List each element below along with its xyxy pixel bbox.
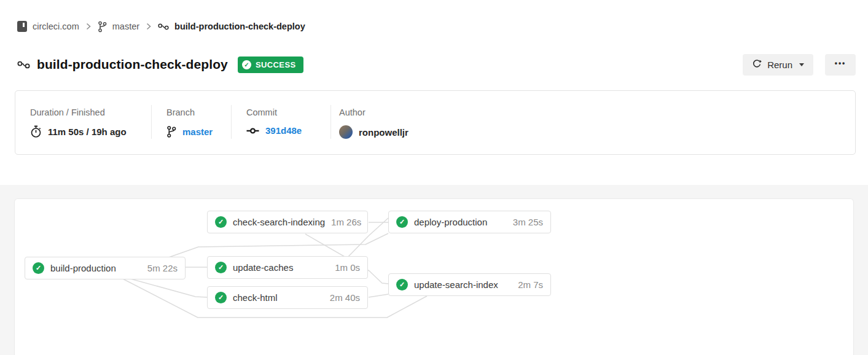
job-name: deploy-production [414, 217, 487, 227]
edge-check-html-to-update-search-index [369, 294, 388, 297]
status-badge-label: SUCCESS [256, 60, 296, 69]
job-duration: 2m 40s [330, 292, 360, 303]
breadcrumb-workflow[interactable]: build-production-check-deploy [158, 21, 305, 31]
success-check-icon: ✓ [215, 292, 227, 303]
success-check-icon: ✓ [396, 279, 408, 291]
job-name: check-html [233, 292, 278, 303]
job-node-update-search-index[interactable]: ✓ update-search-index 2m 7s [388, 273, 551, 296]
repo-icon [17, 21, 27, 32]
workflow-loop-icon [17, 60, 30, 69]
rerun-button-label: Rerun [767, 60, 792, 70]
title-actions: Rerun ••• [743, 54, 856, 76]
status-badge: ✓ SUCCESS [238, 57, 303, 73]
breadcrumb-branch[interactable]: master [98, 21, 139, 33]
job-duration: 1m 0s [335, 262, 360, 273]
workflow-loop-icon [158, 23, 169, 31]
git-commit-icon [246, 127, 259, 135]
chevron-right-icon [146, 23, 151, 30]
job-node-check-html[interactable]: ✓ check-html 2m 40s [207, 286, 368, 309]
duration-value: 11m 50s / 19h ago [48, 127, 127, 137]
success-check-icon: ✓ [242, 60, 251, 69]
git-branch-icon [98, 21, 107, 33]
breadcrumb-branch-label[interactable]: master [112, 21, 139, 31]
success-check-icon: ✓ [215, 262, 227, 273]
caret-down-icon [799, 63, 804, 66]
job-duration: 5m 22s [147, 263, 178, 273]
breadcrumb-workflow-label[interactable]: build-production-check-deploy [174, 21, 305, 31]
author-avatar [339, 125, 353, 139]
success-check-icon: ✓ [396, 216, 408, 228]
summary-branch: Branch master [152, 91, 231, 154]
author-label: Author [339, 107, 409, 117]
job-name: build-production [50, 263, 116, 273]
job-duration: 3m 25s [513, 217, 543, 227]
author-value: ronpowelljr [359, 127, 409, 138]
workflow-graph-panel: ✓ build-production 5m 22s ✓ check-search… [15, 199, 853, 355]
workflow-page: circleci.com master [0, 0, 868, 355]
breadcrumb-project-label[interactable]: circleci.com [33, 21, 79, 31]
job-node-deploy-production[interactable]: ✓ deploy-production 3m 25s [388, 211, 551, 233]
summary-commit: Commit 391d48e [232, 91, 330, 154]
job-node-check-search-indexing[interactable]: ✓ check-search-indexing 1m 26s [207, 211, 368, 233]
job-name: update-search-index [414, 279, 498, 290]
workflow-summary-card: Duration / Finished 11m 50s / 19h ago Br… [15, 90, 856, 155]
git-branch-icon [166, 125, 176, 138]
job-node-update-caches[interactable]: ✓ update-caches 1m 0s [207, 256, 368, 279]
chevron-right-icon [86, 23, 91, 30]
job-name: check-search-indexing [233, 217, 325, 227]
breadcrumb-project[interactable]: circleci.com [17, 21, 79, 32]
page-title: build-production-check-deploy [37, 57, 228, 72]
refresh-icon [752, 60, 762, 69]
success-check-icon: ✓ [33, 262, 44, 274]
more-actions-button[interactable]: ••• [825, 54, 856, 76]
success-check-icon: ✓ [215, 216, 227, 228]
stopwatch-icon [30, 125, 42, 138]
branch-link[interactable]: master [182, 127, 213, 137]
duration-label: Duration / Finished [30, 107, 151, 117]
workflow-canvas-background: ✓ build-production 5m 22s ✓ check-search… [0, 185, 868, 355]
breadcrumb: circleci.com master [17, 20, 305, 33]
summary-author: Author ronpowelljr [331, 91, 409, 154]
edge-build-to-deploy [165, 233, 388, 259]
job-node-build-production[interactable]: ✓ build-production 5m 22s [25, 257, 186, 279]
job-name: update-caches [233, 262, 293, 273]
branch-label: Branch [166, 107, 231, 117]
commit-label: Commit [246, 107, 330, 117]
ellipsis-icon: ••• [835, 59, 846, 68]
job-duration: 1m 26s [331, 217, 361, 227]
summary-duration: Duration / Finished 11m 50s / 19h ago [15, 91, 151, 154]
commit-link[interactable]: 391d48e [265, 125, 302, 136]
rerun-button[interactable]: Rerun [743, 54, 813, 76]
title-row: build-production-check-deploy ✓ SUCCESS … [17, 53, 856, 76]
job-duration: 2m 7s [518, 279, 543, 290]
